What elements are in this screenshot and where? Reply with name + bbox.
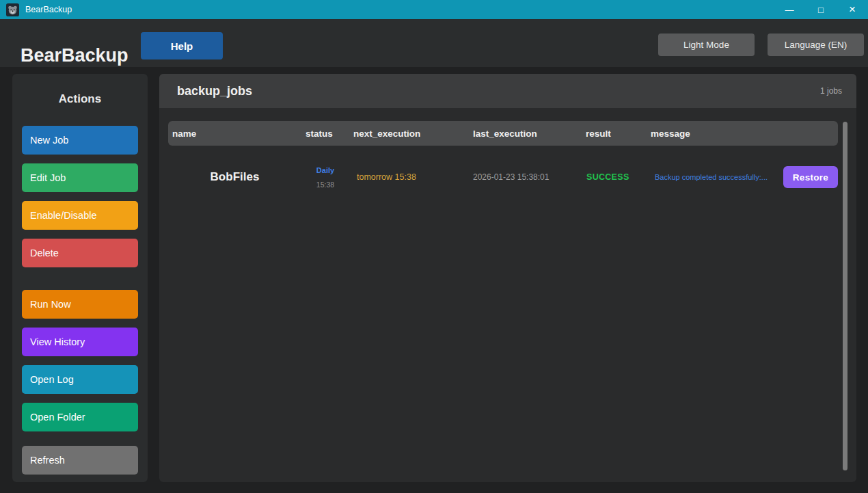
language-button[interactable]: Language (EN) [768, 34, 864, 56]
refresh-button[interactable]: Refresh [22, 446, 138, 475]
bear-app-icon [6, 3, 19, 16]
job-status-schedule: Daily [301, 166, 349, 174]
sidebar-buttons: New Job Edit Job Enable/Disable Delete R… [22, 126, 138, 475]
delete-button[interactable]: Delete [22, 239, 138, 267]
open-log-button[interactable]: Open Log [22, 365, 138, 394]
new-job-button[interactable]: New Job [22, 126, 138, 155]
actions-sidebar: Actions New Job Edit Job Enable/Disable … [12, 74, 148, 482]
jobs-panel: backup_jobs 1 jobs name status next_exec… [159, 74, 856, 482]
column-header-next-execution: next_execution [349, 129, 469, 139]
jobs-panel-header: backup_jobs 1 jobs [159, 74, 856, 108]
window-titlebar[interactable]: BearBackup — □ × [0, 0, 868, 19]
edit-job-button[interactable]: Edit Job [22, 163, 138, 192]
enable-disable-button[interactable]: Enable/Disable [22, 201, 138, 230]
table-row[interactable]: BobFiles Daily 15:38 tomorrow 15:38 2026… [168, 156, 838, 198]
window-title: BearBackup [25, 5, 72, 14]
column-header-message: message [647, 129, 773, 139]
table-header: name status next_execution last_executio… [168, 121, 838, 146]
job-message: Backup completed successfully:... [647, 173, 773, 181]
light-mode-button[interactable]: Light Mode [658, 34, 755, 56]
window-controls: — □ × [774, 0, 868, 19]
job-name: BobFiles [168, 170, 301, 184]
column-header-result: result [582, 129, 647, 139]
column-header-name: name [168, 129, 301, 139]
header-right-buttons: Light Mode Language (EN) [658, 34, 864, 56]
job-last-execution: 2026-01-23 15:38:01 [469, 172, 582, 182]
view-history-button[interactable]: View History [22, 328, 138, 356]
sidebar-title: Actions [22, 92, 138, 106]
vertical-scrollbar[interactable] [843, 122, 847, 470]
run-now-button[interactable]: Run Now [22, 290, 138, 319]
column-header-status: status [301, 129, 349, 139]
minimize-icon[interactable]: — [774, 0, 805, 19]
app-window: BearBackup — □ × BearBackup Help Light M… [0, 0, 868, 493]
job-result-badge: SUCCESS [582, 172, 647, 182]
job-status-time: 15:38 [301, 181, 349, 189]
app-header: BearBackup Help Light Mode Language (EN) [0, 19, 868, 67]
close-icon[interactable]: × [837, 0, 868, 19]
column-header-last-execution: last_execution [469, 129, 582, 139]
panel-title: backup_jobs [177, 84, 252, 98]
help-button[interactable]: Help [141, 32, 223, 59]
content-area: Actions New Job Edit Job Enable/Disable … [0, 67, 868, 493]
job-action-cell: Restore [773, 166, 838, 188]
jobs-count-badge: 1 jobs [820, 86, 842, 96]
job-next-execution: tomorrow 15:38 [349, 172, 469, 182]
job-status: Daily 15:38 [301, 166, 349, 189]
app-title: BearBackup [21, 45, 128, 66]
open-folder-button[interactable]: Open Folder [22, 403, 138, 431]
restore-button[interactable]: Restore [783, 166, 838, 188]
maximize-icon[interactable]: □ [805, 0, 837, 19]
